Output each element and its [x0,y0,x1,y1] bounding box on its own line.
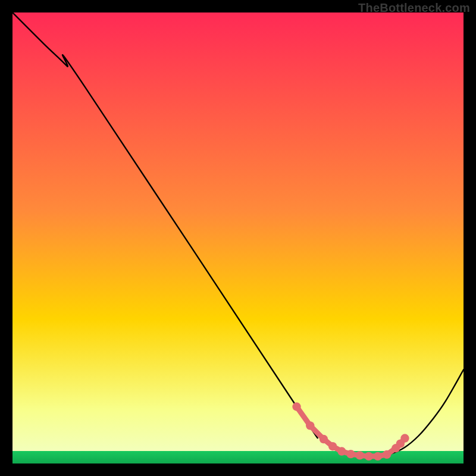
valley-dot [328,442,337,450]
plot-area [12,12,464,464]
valley-dot [346,450,355,458]
watermark-text: TheBottleneck.com [358,1,470,15]
valley-dot [374,452,382,461]
chart-frame: TheBottleneck.com [0,0,476,476]
valley-dot [400,434,409,442]
valley-dot [355,451,364,459]
valley-dot [320,435,328,443]
valley-dot [337,447,346,455]
chart-svg [12,12,464,464]
valley-dot [306,421,314,430]
valley-dot [292,402,300,411]
valley-dot [383,450,391,459]
valley-dot [365,452,373,461]
